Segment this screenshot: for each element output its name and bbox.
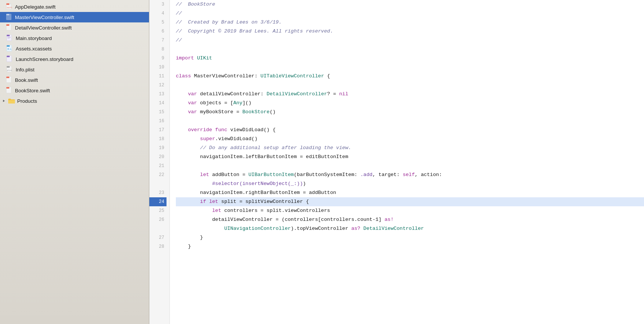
line-num: 15 (149, 108, 167, 117)
svg-rect-18 (7, 66, 10, 68)
sidebar-item-launchscreen[interactable]: LaunchScreen.storyboard (0, 54, 149, 64)
line-num: 4 (149, 9, 167, 18)
line-num: 13 (149, 90, 167, 99)
line-num: 11 (149, 72, 167, 81)
sidebar-item-mainstoryboard[interactable]: Main.storyboard (0, 33, 149, 43)
storyboard-file-icon (6, 35, 13, 41)
code-line: detailViewController = (controllers[cont… (176, 215, 644, 224)
code-line: let addButton = UIBarButtonItem(barButto… (176, 170, 644, 179)
line-num (149, 224, 167, 233)
line-num: 3 (149, 0, 167, 9)
selector-token: #selector(insertNewObject(_:)) (212, 179, 303, 188)
swift-file-icon: swift (6, 3, 12, 10)
line-num: 17 (149, 126, 167, 135)
sidebar-item-label: Assets.xcassets (16, 46, 52, 52)
nil-token: nil (339, 90, 348, 99)
swift-file-icon (6, 14, 12, 21)
line-num: 20 (149, 152, 167, 161)
sidebar-item-label: BookStore.swift (15, 88, 50, 93)
comment-token: // Do any additional setup after loading… (176, 144, 351, 152)
line-num: 22 (149, 170, 167, 179)
comment-token: // Copyright © 2019 Brad Lees. All right… (176, 27, 333, 36)
svg-rect-21 (6, 77, 9, 78)
line-num-active: 24 (149, 197, 167, 206)
comment-token: // (176, 36, 182, 45)
sidebar-item-bookstore[interactable]: BookStore.swift (0, 85, 149, 96)
plist-file-icon: plist (6, 66, 13, 73)
keyword-token: if (200, 197, 206, 206)
keyword-token: let (200, 170, 209, 179)
code-line: // Created by Brad Lees on 3/6/19. (176, 18, 644, 27)
svg-rect-1 (6, 3, 9, 5)
code-line: override func viewDidLoad() { (176, 126, 644, 135)
type-token: BookStore (242, 108, 270, 117)
sidebar-item-assets[interactable]: Assets.xcassets (0, 43, 149, 54)
line-numbers-gutter: 3 4 5 6 7 8 9 10 11 12 13 14 15 16 17 18… (149, 0, 170, 324)
comment-token: // BookStore (176, 0, 215, 9)
param-token: .add (360, 170, 372, 179)
line-num: 21 (149, 161, 167, 170)
line-num: 27 (149, 233, 167, 242)
code-line (176, 161, 644, 170)
code-line: } (176, 233, 644, 242)
line-num: 6 (149, 27, 167, 36)
sidebar-item-appdelegate[interactable]: swift AppDelegate.swift (0, 1, 149, 12)
svg-rect-8 (7, 35, 10, 36)
sidebar-item-label: Book.swift (15, 77, 38, 83)
sidebar-item-mastervc[interactable]: MasterViewController.swift (0, 12, 149, 22)
line-num: 5 (149, 18, 167, 27)
keyword-token: let (212, 206, 221, 215)
code-editor[interactable]: 3 4 5 6 7 8 9 10 11 12 13 14 15 16 17 18… (149, 0, 644, 324)
sidebar-group-products[interactable]: Products (0, 96, 149, 106)
keyword-token: var (188, 90, 197, 99)
line-num: 12 (149, 81, 167, 90)
type-token: Any (233, 99, 242, 108)
keyword-token: import (176, 54, 194, 63)
xcassets-file-icon (6, 45, 13, 52)
sidebar-item-label: AppDelegate.swift (15, 4, 56, 10)
sidebar-item-detailvc[interactable]: DetailViewController.swift (0, 22, 149, 33)
keyword-token: as? (351, 224, 360, 233)
swift-file-icon (6, 77, 12, 83)
code-line: UINavigationController).topViewControlle… (176, 224, 644, 233)
swift-file-icon (6, 24, 12, 31)
sidebar-item-label: Info.plist (16, 67, 34, 72)
keyword-token: self (403, 170, 415, 179)
line-num: 16 (149, 117, 167, 126)
code-line: var detailViewController: DetailViewCont… (176, 90, 644, 99)
code-line: // BookStore (176, 0, 644, 9)
svg-rect-10 (7, 38, 10, 39)
svg-rect-9 (7, 37, 10, 38)
svg-rect-4 (6, 14, 9, 15)
sidebar-group-label: Products (17, 98, 37, 104)
code-line: let controllers = split.viewControllers (176, 206, 644, 215)
code-line (176, 45, 644, 54)
code-line: class MasterViewController: UITableViewC… (176, 72, 644, 81)
code-content[interactable]: // BookStore // // Created by Brad Lees … (170, 0, 644, 324)
code-line-active[interactable]: if let split = splitViewController { (176, 197, 644, 206)
sidebar-item-label: Main.storyboard (16, 36, 52, 41)
code-line: super.viewDidLoad() (176, 135, 644, 144)
sidebar-item-label: LaunchScreen.storyboard (16, 56, 74, 62)
line-num: 8 (149, 45, 167, 54)
line-num: 10 (149, 63, 167, 72)
type-token: UIKit (197, 54, 212, 63)
comment-token: // Created by Brad Lees on 3/6/19. (176, 18, 282, 27)
svg-rect-23 (6, 87, 9, 89)
type-token: UITableViewController (261, 72, 324, 81)
line-num: 19 (149, 144, 167, 152)
svg-point-13 (7, 48, 9, 50)
type-token: UIBarButtonItem (248, 170, 294, 179)
line-num: 14 (149, 99, 167, 108)
svg-marker-24 (3, 100, 5, 102)
svg-rect-6 (6, 24, 9, 26)
type-token: DetailViewController (363, 224, 424, 233)
sidebar-item-infoplist[interactable]: plist Info.plist (0, 64, 149, 75)
group-triangle-icon (1, 99, 6, 103)
line-num: 18 (149, 135, 167, 144)
code-line: var objects = [Any]() (176, 99, 644, 108)
sidebar-item-book[interactable]: Book.swift (0, 75, 149, 85)
line-num: 26 (149, 215, 167, 224)
code-line (176, 81, 644, 90)
svg-text:swift: swift (7, 6, 12, 9)
